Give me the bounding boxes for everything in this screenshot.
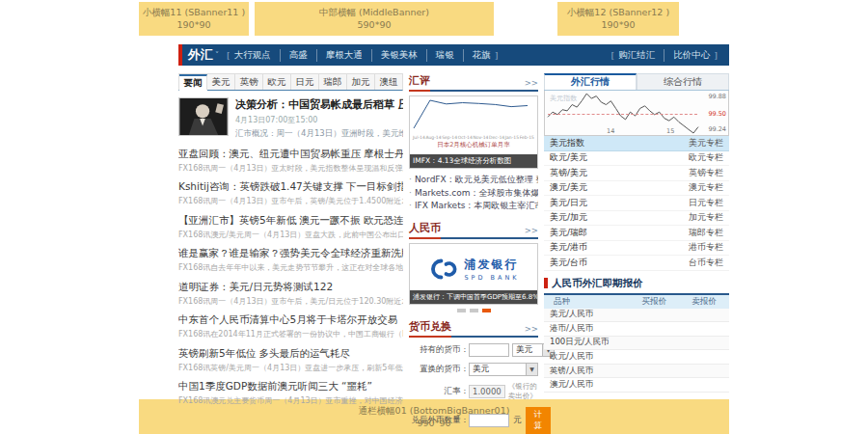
commentary-more-link[interactable]: >> <box>525 78 538 88</box>
tab-eur[interactable]: 欧元 <box>263 74 291 90</box>
news-title[interactable]: 中东首个人民币清算中心5月将于卡塔尔开放交易 <box>178 313 403 327</box>
nav-item-ubs[interactable]: 瑞银 <box>426 49 454 62</box>
header-pair: 品种 <box>544 296 629 308</box>
pair-name[interactable]: 美元指数 <box>550 137 584 149</box>
tab-top-news[interactable]: 要闻 <box>179 74 207 91</box>
nav-section-title: 外汇 <box>188 46 213 64</box>
target-currency-select[interactable]: 美元 ▼ <box>469 363 538 376</box>
news-title[interactable]: Kshitij咨询：英镑跌破1.47关键支撑 下一目标剑指1.4231 <box>178 180 403 194</box>
featured-title[interactable]: 决策分析：中国贸易帐成最后稻草 压垮澳元温… <box>235 97 403 112</box>
news-summary: FX168讯在2014年11月正式签署的一份协议中，中国工商银行（ICBC）卡塔… <box>178 329 403 339</box>
nav-bracket-close: ] <box>714 50 718 61</box>
news-item: Kshitij咨询：英镑跌破1.47关键支撑 下一目标剑指1.4231 FX16… <box>178 180 403 206</box>
featured-summary: 汇市概况：周一（4月13日）亚洲时段，美元维持全盘强势，中 <box>235 128 403 140</box>
nav-right-list: 购汇结汇 比价中心 <box>618 49 710 62</box>
pair-name[interactable]: 澳元/美元 <box>550 181 587 194</box>
pair-column-link[interactable]: 美元专栏 <box>689 137 723 149</box>
tab-chf[interactable]: 瑞郎 <box>319 74 347 90</box>
pair-name[interactable]: 美元/日元 <box>550 197 587 209</box>
pair-name[interactable]: 美元/瑞郎 <box>550 227 587 239</box>
nav-item-baml[interactable]: 美银美林 <box>371 49 418 62</box>
commentary-chart-caption: IMFX：4.13全球经济分析数图 <box>410 154 537 168</box>
news-title[interactable]: 道明证券：美元/日元势将测试122 <box>178 281 403 294</box>
commentary-item[interactable]: IFX Markets：本周欧银主宰汇市，… <box>409 200 538 213</box>
commentary-item[interactable]: Markets.com：全球股市集体爆发，… <box>409 187 538 201</box>
tab-gbp[interactable]: 英镑 <box>235 74 263 90</box>
news-title[interactable]: 【亚洲汇市】英镑5年新低 澳元一蹶不振 欧元恐连跌6日 <box>178 214 403 228</box>
quote-pair[interactable]: 澳元/人民币 <box>544 379 629 391</box>
pair-row: 美元指数 美元专栏 <box>544 136 729 151</box>
carousel-dot-active[interactable] <box>482 309 491 312</box>
bank-name-cn: 浦发银行 <box>464 257 519 273</box>
quote-pair[interactable]: 100日元/人民币 <box>544 337 629 348</box>
commentary-chart-image[interactable]: Jul-14Aug-14Sep-14Oct-14Nov-14Dec-14Jan-… <box>409 95 538 169</box>
pair-column-link[interactable]: 澳元专栏 <box>689 181 723 194</box>
pair-name[interactable]: 美元/加元 <box>550 211 587 224</box>
news-title[interactable]: 谁是赢家？谁是输家？强势美元令全球经济重新洗牌 <box>178 247 403 260</box>
banner-size: 990*90 <box>139 417 729 429</box>
tab-forex-quotes[interactable]: 外汇行情 <box>544 73 637 90</box>
pair-list: 美元指数 美元专栏 欧元/美元 欧元专栏 英镑/美元 英镑专栏 澳元/美元 澳元… <box>544 136 729 271</box>
featured-thumbnail-image[interactable] <box>178 97 229 136</box>
pair-column-link[interactable]: 加元专栏 <box>689 211 723 224</box>
carousel-dot[interactable] <box>457 309 466 312</box>
rmb-carousel-slide[interactable]: 浦发银行 SPD BANK 浦发银行：下调中国首季GDP预期至6.8%… <box>409 243 538 305</box>
banner-middle[interactable]: 中部横幅 (MiddleBanner) 590*90 <box>255 2 494 36</box>
pair-name[interactable]: 英镑/美元 <box>550 167 587 179</box>
tab-aud-nzd[interactable]: 澳纽 <box>375 74 402 90</box>
pair-row: 美元/台币 台币专栏 <box>544 256 729 271</box>
news-title[interactable]: 亚盘回顾：澳元、纽元遭中国贸易帐重压 摩根士丹利预计FE… <box>178 148 403 161</box>
header-sell: 卖报价 <box>679 296 729 308</box>
quote-pair[interactable]: 美元/人民币 <box>544 309 629 320</box>
nav-item-citi[interactable]: 花旗 <box>463 49 491 62</box>
table-row: 欧元/人民币 <box>544 350 729 365</box>
nav-item-jpmorgan[interactable]: 摩根大通 <box>316 49 363 62</box>
pair-name[interactable]: 美元/台币 <box>550 257 587 269</box>
pair-column-link[interactable]: 欧元专栏 <box>689 151 723 164</box>
commentary-chart-label: 日本2月核心机械订单月率 <box>413 141 534 149</box>
forex-navbar: 外汇 ˅ [ 大行观点 高盛 摩根大通 美银美林 瑞银 花旗 ] [ 购汇结汇 … <box>178 44 729 66</box>
banner-sbanner12[interactable]: 小横幅12 (SBanner12 ) 190*90 <box>557 2 679 36</box>
pair-column-link[interactable]: 瑞郎专栏 <box>689 227 723 239</box>
pair-row: 美元/日元 日元专栏 <box>544 196 729 211</box>
nav-item-goldman[interactable]: 高盛 <box>280 49 308 62</box>
nav-item-fx-purchase[interactable]: 购汇结汇 <box>618 49 655 62</box>
carousel-dot[interactable] <box>470 309 478 312</box>
pair-column-link[interactable]: 日元专栏 <box>689 197 723 209</box>
y-label-mid: 99.50 <box>708 110 726 118</box>
pair-name[interactable]: 欧元/美元 <box>550 151 587 164</box>
pair-column-link[interactable]: 英镑专栏 <box>689 167 723 179</box>
target-currency-label: 置换的货币： <box>409 364 469 375</box>
news-title[interactable]: 中国1季度GDP数据前澳元听闻三大 “噩耗” <box>178 380 403 393</box>
nav-item-bank-views[interactable]: 大行观点 <box>234 49 271 62</box>
middle-column: 汇评 >> Jul-14Aug-14Sep-14Oct-14Nov-14Dec-… <box>409 73 538 394</box>
featured-news: 决策分析：中国贸易帐成最后稻草 压垮澳元温… 4月13日07:00至15:00 … <box>178 97 403 140</box>
spd-bank-mark-icon <box>427 258 460 281</box>
news-title[interactable]: 英镑刷新5年低位 多头最后的运气耗尽 <box>178 347 403 361</box>
pair-name[interactable]: 美元/港币 <box>550 241 587 254</box>
quote-pair[interactable]: 港币/人民币 <box>544 323 629 335</box>
exchange-more-link[interactable]: >> <box>525 324 538 334</box>
tab-jpy[interactable]: 日元 <box>291 74 319 90</box>
tab-composite-quotes[interactable]: 综合行情 <box>637 73 729 90</box>
rmb-more-link[interactable]: >> <box>525 226 538 235</box>
calculate-button[interactable]: 计算 <box>526 407 552 434</box>
banner-label: 中部横幅 (MiddleBanner) <box>255 6 494 18</box>
tab-usd[interactable]: 美元 <box>207 74 235 90</box>
quote-pair[interactable]: 欧元/人民币 <box>544 351 629 363</box>
banner-size: 590*90 <box>255 18 494 31</box>
usd-index-chart[interactable]: 美元指数 99.88 99.50 99.24 14 15 <box>544 91 729 136</box>
nav-bracket-open: [ <box>227 50 231 61</box>
quote-pair[interactable]: 英镑/人民币 <box>544 366 629 377</box>
hold-amount-input[interactable] <box>469 343 509 357</box>
pair-column-link[interactable]: 港币专栏 <box>689 241 723 254</box>
commentary-item[interactable]: NordFX：欧元兑美元低位整理 整体… <box>409 174 538 187</box>
pair-column-link[interactable]: 台币专栏 <box>689 257 723 269</box>
tab-cad[interactable]: 加元 <box>347 74 375 90</box>
rmb-spot-quotes-title: 人民币外汇即期报价 <box>552 277 643 290</box>
banner-sbanner11[interactable]: 小横幅11 (SBanner11 ) 190*90 <box>139 2 249 36</box>
quote-table-header: 品种 买报价 卖报价 <box>544 295 729 309</box>
news-summary: FX168讯澳元/美元周一（4月13日）亚盘大跌，此前中国公布出口数据意外疲软跌… <box>178 230 403 240</box>
nav-item-price-compare[interactable]: 比价中心 <box>664 49 710 62</box>
y-label-high: 99.88 <box>708 93 726 100</box>
